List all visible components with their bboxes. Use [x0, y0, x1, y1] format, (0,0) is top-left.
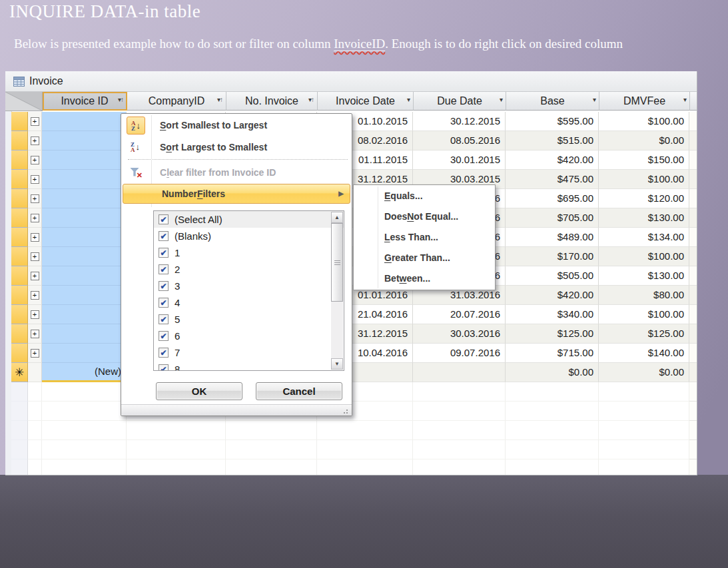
cancel-button[interactable]: Cancel: [256, 382, 342, 400]
row-selector[interactable]: [11, 189, 28, 208]
ok-button[interactable]: OK: [156, 382, 242, 400]
cell-invoice-id[interactable]: [42, 324, 127, 344]
cell-invoice-id[interactable]: [42, 208, 127, 228]
cell-dmv-fee[interactable]: $80.00: [599, 286, 689, 305]
cell-invoice-id[interactable]: [42, 247, 127, 266]
expand-row-icon[interactable]: +: [31, 214, 39, 222]
filter-dropdown-icon[interactable]: ▾: [500, 97, 503, 103]
cell-base[interactable]: $705.00: [506, 208, 599, 228]
cell-invoice-id[interactable]: [42, 131, 127, 150]
cell-due-date[interactable]: 08.05.2016: [413, 131, 506, 150]
row-selector[interactable]: ✳: [11, 363, 28, 382]
checkbox-checked-icon[interactable]: ✔: [159, 314, 169, 324]
checklist-item[interactable]: ✔(Blanks): [154, 228, 344, 244]
cell-dmv-fee[interactable]: $150.00: [599, 150, 689, 170]
cell-dmv-fee[interactable]: $100.00: [599, 247, 689, 266]
cell-invoice-id[interactable]: [42, 150, 127, 170]
checklist-item[interactable]: ✔8: [154, 361, 344, 371]
cell-base[interactable]: $170.00: [506, 247, 599, 266]
checklist-item[interactable]: ✔4: [154, 294, 344, 311]
scroll-up-icon[interactable]: ▲: [331, 212, 343, 223]
checkbox-checked-icon[interactable]: ✔: [159, 248, 169, 258]
menu-item-number-filters[interactable]: Number Filters▶: [123, 184, 350, 204]
resize-grip-icon[interactable]: [343, 408, 349, 414]
menu-item-sort-smallest-to-largest[interactable]: AZ↓Sort Smallest to Largest: [121, 114, 352, 136]
cell-invoice-id[interactable]: [42, 266, 127, 286]
column-header-due-date[interactable]: Due Date▾: [414, 92, 506, 111]
cell-due-date[interactable]: 09.07.2016: [413, 344, 506, 363]
checkbox-checked-icon[interactable]: ✔: [159, 281, 169, 291]
expand-row-icon[interactable]: +: [31, 272, 39, 280]
cell-base[interactable]: $695.00: [506, 189, 599, 208]
checklist-item[interactable]: ✔7: [154, 344, 344, 361]
row-selector[interactable]: [11, 324, 28, 344]
expand-row-icon[interactable]: +: [31, 194, 39, 203]
expand-row-icon[interactable]: +: [31, 252, 39, 261]
expand-row-icon[interactable]: +: [31, 310, 39, 319]
cell-invoice-id[interactable]: [42, 344, 127, 363]
checklist-item[interactable]: ✔1: [154, 244, 344, 261]
cell-invoice-id[interactable]: [42, 286, 127, 305]
checklist-item[interactable]: ✔6: [154, 328, 344, 344]
checklist-item[interactable]: ✔(Select All): [154, 211, 344, 228]
row-selector[interactable]: [11, 150, 28, 170]
row-selector[interactable]: [11, 266, 28, 286]
menu-item-sort-largest-to-smallest[interactable]: ZA↓Sort Largest to Smallest: [121, 136, 352, 158]
row-selector[interactable]: [11, 112, 28, 131]
cell-invoice-id[interactable]: [42, 189, 127, 208]
filter-sort-ascending-icon[interactable]: ▾↑: [217, 97, 223, 103]
select-all-corner[interactable]: [5, 92, 43, 111]
cell-base[interactable]: $125.00: [506, 324, 599, 344]
cell-due-date[interactable]: 30.12.2015: [413, 112, 506, 131]
column-header-invoice-date[interactable]: Invoice Date▾: [318, 92, 414, 111]
expand-row-icon[interactable]: +: [31, 175, 39, 184]
expand-row-icon[interactable]: +: [31, 117, 39, 126]
cell-base[interactable]: $505.00: [506, 266, 599, 286]
cell-invoice-id[interactable]: [42, 305, 127, 324]
checklist-item[interactable]: ✔3: [154, 278, 344, 294]
checkbox-checked-icon[interactable]: ✔: [159, 331, 169, 341]
expand-row-icon[interactable]: +: [31, 137, 39, 145]
column-header-invoice-id[interactable]: Invoice ID▾↑: [43, 92, 127, 111]
scrollbar-thumb[interactable]: [331, 223, 343, 302]
submenu-item-greater-than[interactable]: Greater Than...: [354, 247, 495, 268]
checkbox-checked-icon[interactable]: ✔: [159, 298, 169, 308]
listbox-scrollbar[interactable]: ▲ ▼: [331, 212, 343, 370]
checkbox-checked-icon[interactable]: ✔: [159, 264, 169, 274]
cell-dmv-fee[interactable]: $100.00: [599, 305, 689, 324]
row-selector[interactable]: [11, 208, 28, 228]
checkbox-checked-icon[interactable]: ✔: [159, 348, 169, 358]
cell-invoice-id[interactable]: [42, 170, 127, 189]
cell-base[interactable]: $515.00: [506, 131, 599, 150]
submenu-item-equals[interactable]: Equals...: [354, 185, 495, 206]
expand-row-icon[interactable]: +: [31, 233, 39, 242]
cell-invoice-id[interactable]: (New): [42, 363, 127, 382]
row-selector[interactable]: [11, 286, 28, 305]
expand-row-icon[interactable]: +: [31, 330, 39, 338]
cell-dmv-fee[interactable]: $125.00: [599, 324, 689, 344]
row-selector[interactable]: [11, 228, 28, 247]
column-header-companyid[interactable]: CompanyID▾↑: [127, 92, 226, 111]
submenu-item-between[interactable]: Between...: [354, 268, 495, 288]
cell-base[interactable]: $0.00: [506, 363, 599, 382]
row-selector[interactable]: [11, 305, 28, 324]
column-header-no-invoice[interactable]: No. Invoice▾↑: [226, 92, 318, 111]
cell-base[interactable]: $595.00: [506, 112, 599, 131]
cell-base[interactable]: $340.00: [506, 305, 599, 324]
submenu-item-less-than[interactable]: Less Than...: [354, 226, 495, 247]
row-selector[interactable]: [11, 131, 28, 150]
filter-sort-ascending-icon[interactable]: ▾↑: [308, 97, 314, 103]
cell-dmv-fee[interactable]: $140.00: [599, 344, 689, 363]
cell-base[interactable]: $420.00: [506, 150, 599, 170]
checkbox-checked-icon[interactable]: ✔: [159, 214, 169, 224]
filter-dropdown-icon[interactable]: ▾: [683, 97, 687, 103]
cell-invoice-id[interactable]: [42, 228, 127, 247]
cell-dmv-fee[interactable]: $130.00: [599, 208, 689, 228]
filter-dropdown-icon[interactable]: ▾: [593, 97, 596, 103]
column-header-base[interactable]: Base▾: [506, 92, 599, 111]
invoice-tab[interactable]: Invoice: [5, 71, 697, 92]
cell-invoice-id[interactable]: [42, 112, 127, 131]
cell-base[interactable]: $489.00: [506, 228, 599, 247]
cell-dmv-fee[interactable]: $100.00: [599, 112, 689, 131]
row-selector[interactable]: [11, 247, 28, 266]
